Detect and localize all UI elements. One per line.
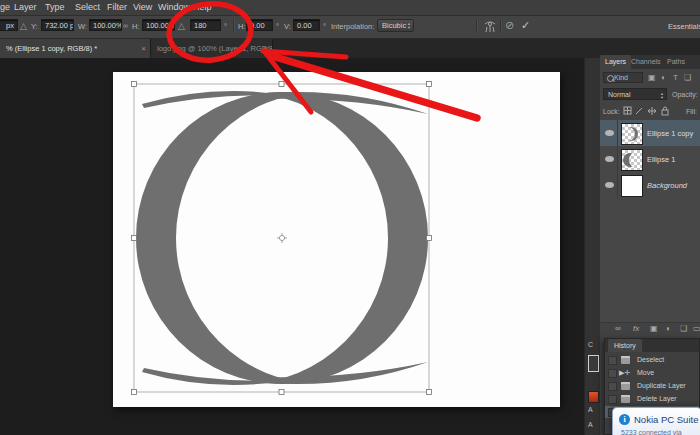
history-source-checkbox[interactable] bbox=[608, 382, 617, 391]
link-layers-icon[interactable]: ∞ bbox=[615, 324, 621, 333]
rotation-degree-label: ° bbox=[224, 22, 227, 31]
move-tool-icon: ▶✛ bbox=[619, 369, 630, 377]
document-tab-active[interactable]: % (Ellipse 1 copy, RGB/8) * × bbox=[0, 39, 151, 58]
filter-pixel-icon[interactable]: ▣ bbox=[648, 72, 656, 83]
layer-thumbnail[interactable] bbox=[621, 123, 643, 145]
skew-h-field[interactable]: 0.00 bbox=[246, 19, 273, 31]
commit-transform-icon[interactable]: ✓ bbox=[521, 19, 530, 31]
transform-options-bar: px △ Y: 732.00 px W: 100.00% ∞ H: 100.00… bbox=[0, 16, 700, 39]
tab-history[interactable]: History bbox=[608, 339, 642, 352]
history-step-icon bbox=[621, 356, 630, 364]
history-step-duplicate-layer[interactable]: Duplicate Layer bbox=[605, 380, 699, 392]
handle-mid-left[interactable] bbox=[132, 236, 137, 241]
tab-paths[interactable]: Paths bbox=[662, 55, 690, 69]
layers-panel-footer: ∞ fx ▣ ◐ ❏ ▭ bbox=[600, 322, 700, 337]
menu-layer[interactable]: Layer bbox=[14, 2, 37, 12]
separator bbox=[500, 19, 502, 33]
y-position-field[interactable]: 732.00 px bbox=[41, 19, 74, 31]
filter-shape-icon[interactable]: ❏ bbox=[684, 72, 691, 83]
new-layer-icon[interactable]: ▭ bbox=[693, 324, 700, 333]
layer-mask-icon[interactable]: ▣ bbox=[650, 324, 658, 333]
cancel-transform-icon[interactable]: ⊘ bbox=[505, 19, 514, 31]
layer-effects-icon[interactable]: fx bbox=[633, 324, 639, 333]
skew-v-label: V: bbox=[284, 22, 291, 31]
layer-thumbnail[interactable] bbox=[621, 149, 643, 171]
collapsed-panel-icon[interactable]: A bbox=[588, 421, 593, 428]
history-step-label: Delete Layer bbox=[637, 395, 677, 402]
history-step-delete-layer[interactable]: Delete Layer bbox=[605, 393, 699, 405]
interpolation-dropdown[interactable]: Bicubic ▲▼ bbox=[377, 19, 414, 32]
document-tab-bar: % (Ellipse 1 copy, RGB/8) * × logo.png @… bbox=[0, 39, 700, 58]
width-field[interactable]: 100.00% bbox=[89, 19, 122, 31]
layer-name: Background bbox=[647, 181, 687, 190]
handle-top-left[interactable] bbox=[132, 82, 137, 87]
ellipse-logo[interactable] bbox=[136, 91, 428, 385]
collapsed-panel-icon[interactable] bbox=[588, 355, 599, 372]
handle-bottom-right[interactable] bbox=[427, 390, 432, 395]
filter-kind-dropdown[interactable]: Kind bbox=[603, 72, 643, 83]
menu-window[interactable]: Window bbox=[158, 2, 190, 12]
menu-help[interactable]: Help bbox=[193, 2, 212, 12]
nokia-pc-suite-notification[interactable]: i Nokia PC Suite 5233 connected via bbox=[612, 407, 700, 435]
warp-mode-icon[interactable] bbox=[483, 20, 497, 33]
link-dimensions-icon[interactable]: ∞ bbox=[123, 20, 128, 32]
workspace-switcher[interactable]: Essentials bbox=[668, 22, 700, 31]
history-source-checkbox[interactable] bbox=[608, 395, 617, 404]
width-label: W: bbox=[78, 22, 87, 31]
document-tab-inactive[interactable]: logo.png @ 100% (Layer 1, RGB/8) × bbox=[151, 39, 273, 58]
tab-channels[interactable]: Channels bbox=[626, 55, 666, 69]
divider bbox=[617, 120, 618, 146]
menu-filter[interactable]: Filter bbox=[107, 2, 127, 12]
layer-row-ellipse-1-copy[interactable]: Ellipse 1 copy bbox=[600, 120, 700, 147]
skew-v-field[interactable]: 0.00 bbox=[293, 19, 320, 31]
layer-thumbnail[interactable] bbox=[621, 175, 643, 197]
filter-kind-value: Kind bbox=[614, 74, 628, 81]
layer-row-ellipse-1[interactable]: Ellipse 1 bbox=[600, 146, 700, 173]
menu-view[interactable]: View bbox=[133, 2, 152, 12]
adjustment-layer-icon[interactable]: ◐ bbox=[666, 324, 671, 333]
lock-icons[interactable] bbox=[623, 106, 669, 116]
history-step-deselect[interactable]: Deselect bbox=[605, 354, 699, 366]
history-step-move[interactable]: ▶✛ Move bbox=[605, 367, 699, 379]
blend-mode-value: Normal bbox=[608, 91, 631, 98]
blend-mode-dropdown[interactable]: Normal ▲▼ bbox=[603, 88, 667, 100]
handle-top-right[interactable] bbox=[427, 82, 432, 87]
handle-bottom-left[interactable] bbox=[132, 390, 137, 395]
filter-adjustment-icon[interactable]: ◐ bbox=[661, 72, 666, 83]
visibility-eye-icon[interactable] bbox=[605, 156, 614, 162]
layer-row-background[interactable]: Background bbox=[600, 172, 700, 199]
layer-group-icon[interactable]: ❏ bbox=[680, 324, 687, 333]
menu-type[interactable]: Type bbox=[45, 2, 65, 12]
filter-type-icon[interactable]: T bbox=[673, 72, 678, 83]
rotation-field[interactable]: 180 bbox=[190, 19, 221, 31]
collapsed-panel-icon[interactable]: C bbox=[588, 341, 593, 348]
document-tab-title: % (Ellipse 1 copy, RGB/8) * bbox=[6, 44, 97, 53]
history-source-checkbox[interactable] bbox=[608, 369, 617, 378]
history-source-checkbox[interactable] bbox=[608, 356, 617, 365]
relative-position-icon[interactable]: △ bbox=[20, 20, 27, 32]
close-tab-icon[interactable]: × bbox=[263, 39, 268, 58]
interpolation-value: Bicubic bbox=[382, 21, 406, 30]
crescent-thumb-icon bbox=[622, 124, 642, 144]
visibility-eye-icon[interactable] bbox=[605, 182, 614, 188]
lock-label: Lock: bbox=[603, 108, 620, 115]
height-field[interactable]: 100.00% bbox=[142, 19, 175, 31]
color-swatch-icon[interactable] bbox=[588, 391, 599, 403]
menu-select[interactable]: Select bbox=[75, 2, 100, 12]
handle-bottom-center[interactable] bbox=[279, 390, 284, 395]
skew-v-degree: ° bbox=[323, 22, 326, 31]
visibility-eye-icon[interactable] bbox=[605, 130, 614, 136]
separator bbox=[476, 19, 478, 33]
menu-bar: ge Layer Type Select Filter View Window … bbox=[0, 0, 700, 16]
handle-mid-right[interactable] bbox=[427, 236, 432, 241]
separator bbox=[233, 19, 235, 33]
menu-image-partial[interactable]: ge bbox=[0, 2, 10, 12]
x-position-field[interactable]: px bbox=[0, 19, 18, 31]
notification-title: Nokia PC Suite bbox=[634, 414, 698, 425]
handle-top-center[interactable] bbox=[279, 82, 284, 87]
dropdown-arrows-icon: ▲▼ bbox=[407, 22, 411, 30]
close-tab-icon[interactable]: × bbox=[141, 39, 146, 58]
photoshop-window: ge Layer Type Select Filter View Window … bbox=[0, 0, 700, 435]
history-step-label: Move bbox=[637, 369, 654, 376]
collapsed-panel-icon[interactable]: A bbox=[588, 406, 593, 413]
